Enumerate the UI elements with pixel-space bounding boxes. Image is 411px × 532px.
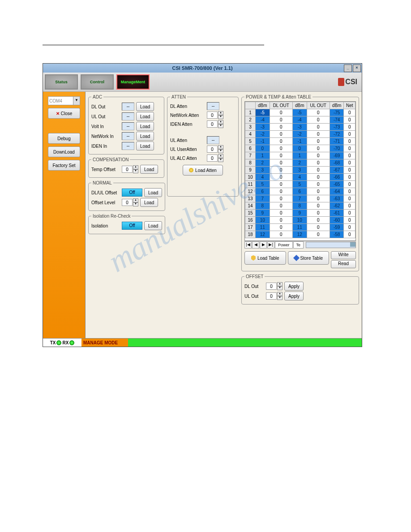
temp-offset-spinner[interactable]: ▲▼ xyxy=(122,165,138,173)
table-cell[interactable]: 0 xyxy=(344,159,355,167)
table-cell[interactable]: 8 xyxy=(256,202,270,210)
iden-atten-input[interactable] xyxy=(207,120,218,128)
table-cell[interactable]: 18 xyxy=(245,231,256,238)
table-cell[interactable]: 6 xyxy=(245,145,256,152)
table-row[interactable]: 18120120-580 xyxy=(245,231,355,238)
table-cell[interactable]: 7 xyxy=(245,152,256,159)
table-cell[interactable]: -68 xyxy=(330,159,344,167)
table-cell[interactable]: 0 xyxy=(270,145,292,152)
table-cell[interactable]: -3 xyxy=(292,124,307,131)
table-row[interactable]: 3-30-30-730 xyxy=(245,124,355,131)
dlul-offset-toggle[interactable]: Off xyxy=(122,189,142,197)
up-icon[interactable]: ▲ xyxy=(218,111,223,115)
table-cell[interactable]: -60 xyxy=(330,217,344,224)
up-icon[interactable]: ▲ xyxy=(133,165,138,169)
table-cell[interactable]: -67 xyxy=(330,167,344,174)
nav-first-icon[interactable]: |◀ xyxy=(244,241,252,249)
minimize-button[interactable]: _ xyxy=(344,64,352,72)
offset-ul-apply-button[interactable]: Apply xyxy=(284,292,304,300)
adc-load-button-4[interactable]: Load xyxy=(136,142,154,150)
table-cell[interactable]: 0 xyxy=(344,174,355,181)
table-cell[interactable]: 0 xyxy=(270,217,292,224)
down-icon[interactable]: ▼ xyxy=(218,158,223,162)
table-row[interactable]: 115050-650 xyxy=(245,181,355,188)
up-icon[interactable]: ▲ xyxy=(218,120,223,124)
table-cell[interactable]: 0 xyxy=(307,152,330,159)
table-cell[interactable]: 0 xyxy=(344,224,355,231)
table-cell[interactable]: 14 xyxy=(245,202,256,210)
table-cell[interactable]: 3 xyxy=(256,167,270,174)
table-cell[interactable]: 0 xyxy=(344,138,355,145)
table-cell[interactable]: 3 xyxy=(245,124,256,131)
comp-load-button[interactable]: Load xyxy=(140,165,158,174)
table-cell[interactable]: 11 xyxy=(256,224,270,231)
down-icon[interactable]: ▼ xyxy=(218,115,223,119)
table-cell[interactable]: 0 xyxy=(344,181,355,188)
load-atten-button[interactable]: Load Atten xyxy=(183,165,223,176)
table-cell[interactable]: -4 xyxy=(256,116,270,124)
dlul-load-button[interactable]: Load xyxy=(144,188,162,197)
table-cell[interactable]: -69 xyxy=(330,152,344,159)
table-cell[interactable]: 4 xyxy=(292,174,307,181)
table-cell[interactable]: 0 xyxy=(344,210,355,217)
table-cell[interactable]: 12 xyxy=(292,231,307,238)
table-cell[interactable]: 16 xyxy=(245,217,256,224)
table-cell[interactable]: -59 xyxy=(330,224,344,231)
table-cell[interactable]: 0 xyxy=(270,231,292,238)
table-cell[interactable]: 11 xyxy=(292,224,307,231)
table-cell[interactable]: 0 xyxy=(344,167,355,174)
tab-status[interactable]: Status xyxy=(45,74,78,90)
table-cell[interactable]: 0 xyxy=(344,152,355,159)
table-row[interactable]: 126060-640 xyxy=(245,188,355,195)
table-cell[interactable]: 0 xyxy=(344,124,355,131)
ul-user-atten-input[interactable] xyxy=(207,146,218,153)
sheet-tab-temp[interactable]: Te xyxy=(293,241,304,249)
down-icon[interactable]: ▼ xyxy=(277,286,283,290)
table-cell[interactable]: -65 xyxy=(330,181,344,188)
table-cell[interactable]: 8 xyxy=(292,202,307,210)
table-cell[interactable]: 0 xyxy=(307,224,330,231)
table-cell[interactable]: 0 xyxy=(307,217,330,224)
table-cell[interactable]: 0 xyxy=(270,131,292,138)
table-row[interactable]: 137070-630 xyxy=(245,195,355,202)
down-icon[interactable]: ▼ xyxy=(218,149,223,153)
table-cell[interactable]: -62 xyxy=(330,202,344,210)
table-cell[interactable]: 15 xyxy=(245,210,256,217)
table-row[interactable]: 104040-660 xyxy=(245,174,355,181)
table-cell[interactable]: 0 xyxy=(307,131,330,138)
adc-load-button-3[interactable]: Load xyxy=(136,132,154,141)
table-row[interactable]: 148080-620 xyxy=(245,202,355,210)
power-table[interactable]: dBmDL OUTdBmUL OUTdBmNet 1-50-50-7502-40… xyxy=(245,102,355,238)
table-cell[interactable]: 0 xyxy=(270,202,292,210)
up-icon[interactable]: ▲ xyxy=(277,282,283,286)
table-cell[interactable]: 9 xyxy=(245,167,256,174)
table-cell[interactable]: 0 xyxy=(307,231,330,238)
offset-level-load-button[interactable]: Load xyxy=(140,198,158,207)
table-cell[interactable]: 0 xyxy=(270,167,292,174)
read-button[interactable]: Read xyxy=(331,260,356,268)
load-table-button[interactable]: Load Table xyxy=(244,251,286,265)
table-row[interactable]: 5-10-10-710 xyxy=(245,138,355,145)
table-cell[interactable]: 0 xyxy=(307,145,330,152)
table-cell[interactable]: 12 xyxy=(256,231,270,238)
ul-alc-atten-spinner[interactable]: ▲▼ xyxy=(207,154,223,162)
ul-alc-atten-input[interactable] xyxy=(207,154,218,162)
table-cell[interactable]: 4 xyxy=(245,131,256,138)
table-cell[interactable]: 0 xyxy=(270,116,292,124)
table-cell[interactable]: 0 xyxy=(270,181,292,188)
table-cell[interactable]: 9 xyxy=(256,210,270,217)
table-cell[interactable]: 0 xyxy=(344,145,355,152)
table-cell[interactable]: 0 xyxy=(307,159,330,167)
table-cell[interactable]: 12 xyxy=(245,188,256,195)
table-row[interactable]: 60000-700 xyxy=(245,145,355,152)
table-cell[interactable]: -1 xyxy=(292,138,307,145)
table-cell[interactable]: 6 xyxy=(256,188,270,195)
adc-load-button-2[interactable]: Load xyxy=(136,122,154,131)
table-cell[interactable]: 0 xyxy=(256,145,270,152)
table-cell[interactable]: 1 xyxy=(292,152,307,159)
table-cell[interactable]: 0 xyxy=(270,138,292,145)
table-cell[interactable]: -70 xyxy=(330,145,344,152)
table-cell[interactable]: -64 xyxy=(330,188,344,195)
offset-dl-input[interactable] xyxy=(266,283,277,290)
table-cell[interactable]: 6 xyxy=(292,188,307,195)
